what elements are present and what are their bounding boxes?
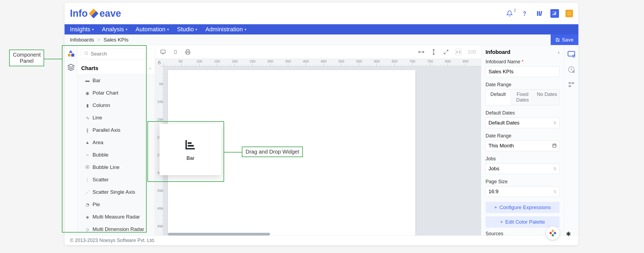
main-nav: Insights Analysis Automation Studio Admi…: [65, 24, 578, 34]
svg-rect-1: [537, 11, 538, 16]
svg-rect-6: [555, 12, 556, 15]
tab-default[interactable]: Default: [486, 89, 510, 105]
ratio-indicator[interactable]: 1:1: [455, 49, 462, 55]
dragged-widget[interactable]: Bar: [160, 124, 221, 175]
configure-expressions-button[interactable]: + Configure Expressions: [486, 202, 560, 213]
bug-icon[interactable]: ✱: [566, 231, 571, 238]
breadcrumb: Infoboards > Sales KPIs: [70, 37, 129, 43]
edit-palette-button[interactable]: + Edit Color Palette: [486, 216, 560, 228]
fit-height-icon[interactable]: [430, 49, 437, 55]
canvas-toolbar: 1:1 100: [155, 45, 481, 59]
page-size-label: Page Size: [486, 179, 560, 185]
components-icon[interactable]: [67, 50, 75, 57]
chart-item-bar[interactable]: ▬Bar: [77, 74, 155, 87]
chart-item-pie[interactable]: ◔Pie: [77, 198, 155, 211]
svg-marker-36: [554, 232, 557, 235]
date-range-select[interactable]: This Month: [486, 140, 560, 151]
chart-item-line[interactable]: ∿Line: [77, 112, 155, 124]
bar-chart-icon: [184, 138, 197, 152]
nav-analysis[interactable]: Analysis: [102, 26, 128, 33]
notes-icon[interactable]: [565, 10, 573, 17]
left-rail: [65, 45, 77, 235]
schedule-icon[interactable]: [567, 65, 576, 74]
save-button[interactable]: Save: [551, 34, 578, 45]
date-range-label: Date Range: [486, 82, 560, 88]
svg-marker-8: [68, 64, 74, 67]
chart-item-label: Pie: [93, 202, 100, 207]
library-icon[interactable]: [535, 9, 544, 18]
chart-item-bubble-line[interactable]: ⦿Bubble Line: [77, 161, 155, 174]
notification-badge: 2: [514, 8, 516, 12]
chart-item-label: Column: [93, 102, 110, 108]
plus-icon: +: [500, 219, 503, 225]
search-box[interactable]: [81, 48, 151, 59]
breadcrumb-root[interactable]: Infoboards: [70, 37, 94, 43]
chart-item-scatter[interactable]: ⋮Scatter: [77, 174, 155, 186]
date-range-label-2: Date Range: [486, 133, 560, 139]
chart-item-parallel-axis[interactable]: ∥Parallel Axis: [77, 124, 155, 136]
chart-item-label: Area: [93, 140, 103, 145]
svg-rect-15: [186, 52, 189, 54]
multi-measure-radar-icon: ◈: [85, 214, 90, 219]
notifications-icon[interactable]: 2: [505, 9, 514, 18]
pie-icon: ◔: [85, 202, 90, 207]
chart-item-bubble[interactable]: ○Bubble: [77, 149, 155, 161]
properties-panel: Infoboard › Infoboard Name * Date Range …: [481, 45, 564, 235]
svg-rect-31: [568, 85, 571, 87]
default-dates-select[interactable]: Default Dates ⇅: [486, 117, 560, 128]
print-icon[interactable]: [185, 49, 191, 55]
screen-icon[interactable]: [160, 49, 166, 55]
help-icon[interactable]: [520, 9, 529, 18]
nav-automation[interactable]: Automation: [136, 26, 169, 33]
multi-dimension-radar-icon: ◇: [85, 227, 90, 232]
chart-item-multi-measure-radar[interactable]: ◈Multi Measure Radar: [77, 211, 155, 223]
logo-icon: [89, 9, 98, 18]
charts-section-header[interactable]: Charts ›: [77, 63, 155, 74]
panel-title: Infoboard: [486, 49, 510, 55]
chart-item-multi-dimension-radar[interactable]: ◇Multi Dimension Radar: [77, 223, 155, 235]
filters-icon[interactable]: [567, 80, 576, 89]
breadcrumb-leaf[interactable]: Sales KPIs: [104, 37, 129, 43]
chart-item-label: Scatter: [93, 177, 109, 183]
fullscreen-icon[interactable]: [443, 49, 449, 55]
app-header: Info eave 2: [65, 3, 578, 24]
infoboard-settings-icon[interactable]: [567, 50, 576, 59]
date-range-tabs: Default Fixed Dates No Dates: [486, 89, 560, 105]
chevron-right-icon[interactable]: ›: [558, 49, 560, 55]
chart-item-column[interactable]: ▮Column: [77, 99, 155, 112]
app-badge[interactable]: [546, 226, 560, 240]
chart-item-scatter-single-axis[interactable]: ⋰Scatter Single Axis: [77, 186, 155, 198]
chart-item-label: Multi Measure Radar: [93, 214, 140, 220]
chart-item-polar-chart[interactable]: ◉Polar Chart: [77, 87, 155, 99]
dragged-widget-label: Bar: [186, 155, 194, 161]
breadcrumb-row: Infoboards > Sales KPIs Save: [65, 34, 578, 45]
logo[interactable]: Info eave: [70, 8, 121, 19]
infoboard-name-input[interactable]: [486, 66, 560, 77]
chart-item-label: Multi Dimension Radar: [93, 226, 144, 232]
search-input[interactable]: [91, 51, 154, 57]
nav-administration[interactable]: Administration: [205, 26, 246, 33]
ruler-horizontal[interactable]: 5010015020025030035040045050055060065070…: [164, 59, 481, 66]
infoboard-name-label: Infoboard Name *: [486, 59, 560, 65]
device-icon[interactable]: [172, 49, 179, 55]
svg-point-9: [85, 52, 88, 55]
ruler-corner[interactable]: [155, 59, 164, 66]
jobs-label: Jobs: [486, 156, 560, 162]
dashboard-icon[interactable]: [550, 9, 559, 18]
page-size-select[interactable]: 16:9 ⇅: [486, 186, 560, 197]
chart-item-area[interactable]: ▲Area: [77, 136, 155, 149]
layers-icon[interactable]: [67, 64, 75, 71]
svg-marker-35: [551, 230, 554, 233]
nav-insights[interactable]: Insights: [70, 26, 94, 33]
nav-studio[interactable]: Studio: [177, 26, 197, 33]
tab-fixed-dates[interactable]: Fixed Dates: [510, 89, 535, 105]
fit-width-icon[interactable]: [418, 49, 424, 55]
component-panel: Charts › ▬Bar◉Polar Chart▮Column∿Line∥Pa…: [77, 45, 155, 235]
tab-no-dates[interactable]: No Dates: [535, 89, 559, 105]
search-icon: [84, 51, 89, 57]
jobs-select[interactable]: Jobs ⇅: [486, 163, 560, 174]
chart-item-label: Polar Chart: [93, 90, 118, 96]
chart-item-label: Bar: [93, 78, 101, 84]
area-icon: ▲: [85, 140, 90, 145]
horizontal-scrollbar[interactable]: [168, 233, 270, 235]
